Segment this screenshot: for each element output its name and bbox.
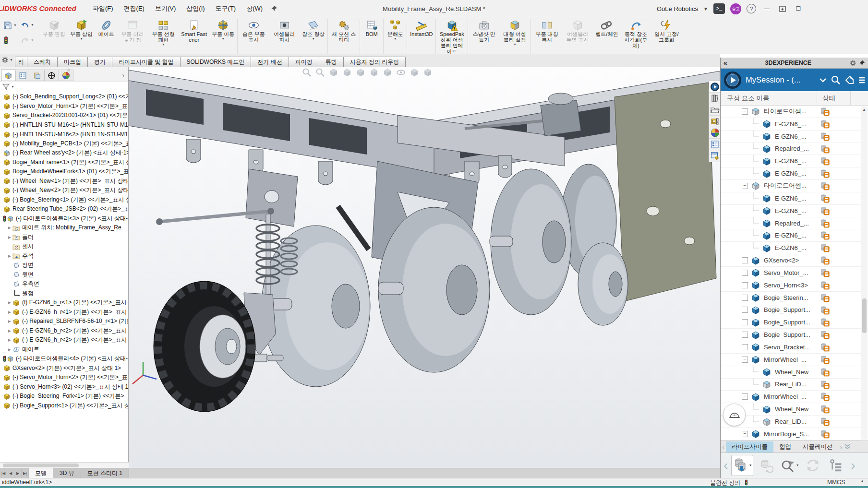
expander-icon[interactable]: ▶ — [7, 347, 12, 352]
wheel-middle-front[interactable] — [262, 226, 370, 387]
feature-manager-tab[interactable] — [1, 70, 16, 81]
edit-component-button[interactable]: 부품 편집 — [40, 18, 68, 58]
tree-horizontal-scrollbar[interactable] — [0, 462, 129, 468]
feature-tree-item[interactable]: 우측면 — [0, 279, 128, 289]
save-button[interactable]: ▼ — [3, 21, 17, 30]
feature-tree-item[interactable]: 원점 — [0, 289, 128, 298]
toolbar-scroll-right-icon[interactable]: › — [849, 459, 857, 472]
expander-icon[interactable]: ▶ — [7, 226, 12, 230]
feature-tree-item[interactable]: 센서 — [0, 242, 128, 251]
expander-icon[interactable]: ▶ — [7, 235, 12, 239]
feature-tree-item[interactable]: ▶ (-) E-GZN6_h_r<2> (기본) <<기본>_표시 상 — [0, 335, 128, 345]
linear-component-pattern-button[interactable]: 부품 선형 패턴 ▼ — [148, 18, 179, 58]
session-tree-row[interactable]: Bogie_Support... — [721, 304, 861, 317]
command-tab-9[interactable]: 사용자 정의 라우팅 — [343, 57, 406, 67]
gear-caret-icon[interactable]: ▼ — [10, 58, 13, 62]
session-tree-row[interactable]: Servo_Bracket... — [721, 341, 861, 354]
expander-icon[interactable]: ▶ — [7, 300, 12, 305]
session-tree-row[interactable]: Rear_LiD... — [721, 379, 861, 391]
tab-scroll-first-icon[interactable]: |◀ — [0, 468, 7, 478]
expander-icon[interactable]: ▶ — [7, 338, 12, 342]
expander-icon[interactable]: ▶ — [7, 254, 12, 258]
session-tree-row[interactable]: − 타이로드어셈... — [721, 106, 861, 118]
pin-menu-icon[interactable] — [271, 5, 277, 12]
feature-tree-item[interactable]: (-) Wheel_New<1> (기본) <<기본>_표시 상태 1 — [0, 177, 128, 186]
session-tree-row[interactable]: Bogie_Steerin... — [721, 292, 861, 304]
session-tree-row[interactable]: Bogie_Support... — [721, 329, 861, 341]
session-tree-row[interactable]: E-GZN6_... — [721, 242, 861, 254]
filter-funnel-icon[interactable] — [2, 83, 10, 90]
dimxpert-manager-tab[interactable] — [44, 70, 59, 81]
menu-보기(V)[interactable]: 보기(V) — [150, 2, 181, 15]
session-chevron-icon[interactable] — [819, 78, 827, 83]
assembly-features-button[interactable]: 어셈블리 피처 — [269, 18, 300, 58]
appearances-scenes-icon[interactable] — [709, 127, 721, 139]
feature-tree-item[interactable]: (-) HNTL1N-STU-M16<2> (HNTL1N-STU-M16) — [0, 130, 128, 139]
zoom-area-icon[interactable] — [314, 67, 326, 78]
menu-도구(T)[interactable]: 도구(T) — [210, 2, 241, 15]
expander-icon[interactable]: ▶ — [7, 319, 12, 323]
feature-tree-item[interactable]: (-) Mobility_Bogie_PCB<1> (기본) <<기본>_표시 — [0, 139, 128, 149]
feature-tree-item[interactable]: ▶ 메이트 — [0, 345, 128, 355]
panel-gear-icon[interactable] — [849, 60, 856, 67]
feature-tree-item[interactable]: (-) 타이로드어셈블리<4> (기본) <표시 상태-1> — [0, 354, 128, 364]
wheel-right[interactable] — [490, 169, 571, 315]
mirror-components-button[interactable]: 부품 대칭복사 — [531, 18, 562, 58]
instant3d-button[interactable]: Instant3D — [408, 18, 435, 58]
panel-drag-handle[interactable] — [67, 69, 70, 71]
feature-tree-item[interactable]: ▶A 주석 — [0, 251, 128, 261]
tabs-scroll-right-icon[interactable]: › — [839, 443, 844, 451]
panel-tab-라이프사이클[interactable]: 라이프사이클 — [726, 441, 773, 452]
feature-tree-item[interactable]: (-) Servo_Motor_Horn<2> (기본) <<기본>_표시 — [0, 373, 128, 382]
collapse-toggle[interactable]: − — [742, 183, 748, 189]
explore-search-button[interactable]: ▼ — [778, 455, 800, 476]
refresh-from-server-button[interactable] — [755, 455, 777, 476]
section-view-icon[interactable] — [341, 67, 353, 78]
display-manager-tab[interactable] — [59, 70, 73, 81]
dynamic-reference-visualization-button[interactable]: 동적 참조 시각화(모체) — [620, 18, 651, 58]
scroll-up-icon[interactable]: ▲ — [862, 107, 866, 112]
display-style-icon[interactable] — [381, 67, 393, 78]
feature-tree-item[interactable]: (-) Wheel_New<2> (기본) <<기본>_표시 상태 1 — [0, 186, 128, 195]
feature-tree-item[interactable]: ▶ 폴더 — [0, 233, 128, 242]
edit-appearance-icon[interactable] — [408, 67, 420, 78]
hscroll-thumb[interactable] — [3, 464, 79, 467]
collapse-toggle[interactable]: − — [742, 393, 748, 400]
custom-properties-icon[interactable] — [709, 139, 721, 150]
3dexperience-compass-logo[interactable]: 3D — [723, 71, 742, 89]
feature-tree-item[interactable]: ▶ (f) E-GZN6_b_r<1> (기본) <<기본>_표시 상 — [0, 298, 128, 308]
feature-tree-item[interactable]: (-) Bogie_Steering<1> (기본) <<기본>_표시 상태 — [0, 195, 128, 205]
feature-tree-item[interactable]: Rear Steering Tube_JSB<2> (02) <<기본>_표시 — [0, 204, 128, 214]
column-name[interactable]: 구성 요소 이름 — [727, 94, 770, 103]
menu-창(W)[interactable]: 창(W) — [241, 2, 268, 15]
tab-scroll-last-icon[interactable]: ▶| — [22, 468, 29, 478]
collapse-toggle[interactable] — [742, 282, 748, 288]
exploded-view-button[interactable]: 분해도 ▼ — [384, 18, 406, 58]
hamburger-menu-icon[interactable] — [858, 76, 865, 84]
feature-tree-item[interactable]: Bogie_MiddleWheelFork<1> (01) <<기본>_표시 — [0, 167, 128, 177]
session-tree-row[interactable]: Wheel_New — [721, 366, 861, 379]
session-tree-row[interactable]: E-GZN6_... — [721, 155, 861, 167]
collapse-toggle[interactable] — [742, 295, 748, 301]
session-scrollbar[interactable]: ▲ — [861, 107, 868, 440]
command-tab-7[interactable]: 파이핑 — [289, 57, 319, 67]
collapse-toggle[interactable] — [742, 270, 748, 276]
status-units[interactable]: MMGS — [827, 479, 845, 486]
front-tire[interactable] — [154, 281, 255, 412]
feature-tree-item[interactable]: Servo_Bracket-20231001-02<1> (01) <<기본>_ — [0, 111, 128, 120]
configuration-manager-tab[interactable] — [30, 70, 45, 81]
collapse-toggle[interactable] — [742, 319, 748, 325]
terminal-icon[interactable]: >_ — [713, 3, 725, 14]
tab-scroll-right-icon[interactable]: ▶ — [14, 468, 22, 478]
command-tab-5[interactable]: SOLIDWORKS 애드인 — [180, 57, 252, 67]
panel-pin-icon[interactable] — [859, 60, 865, 66]
new-motion-study-button[interactable]: 새 모션 스터디 — [328, 18, 359, 58]
wheel-middle-rear[interactable] — [378, 207, 490, 372]
collapse-toggle[interactable] — [742, 332, 748, 338]
feature-tree-item[interactable]: ▶ (-) Repaired_SLBRFNF6-56-10_r<1> (기본) — [0, 317, 128, 326]
structure-view-button[interactable] — [825, 455, 847, 476]
session-tree-row[interactable]: − MirrorWheel_... — [721, 354, 861, 366]
collapse-toggle[interactable]: − — [742, 357, 748, 363]
tag-icon[interactable] — [844, 75, 855, 85]
feature-tree-item[interactable]: ▶ 메이트 위치: Mobility_Frame_Assy_Re — [0, 223, 128, 233]
